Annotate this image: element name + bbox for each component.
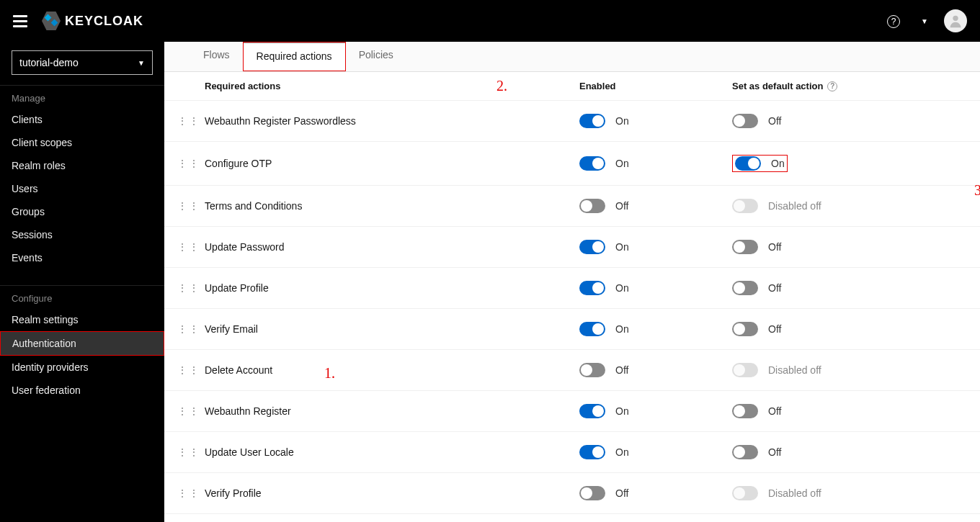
toggle[interactable] xyxy=(579,445,605,459)
table-row: ⋮⋮Webauthn Register PasswordlessOnOff xyxy=(164,101,980,142)
sidebar-item[interactable]: Events xyxy=(0,246,164,269)
toggle-label: Off xyxy=(768,405,781,417)
brand-logo: KEYCLOAK xyxy=(42,12,143,30)
toggle[interactable] xyxy=(579,114,605,128)
toggle-label: Disabled off xyxy=(768,487,821,499)
sidebar-item[interactable]: Users xyxy=(0,177,164,200)
drag-handle-icon[interactable]: ⋮⋮ xyxy=(177,405,193,417)
drag-handle-icon[interactable]: ⋮⋮ xyxy=(177,487,193,499)
table-row: ⋮⋮Webauthn RegisterOnOff xyxy=(164,391,980,432)
enabled-cell: On xyxy=(579,240,732,254)
toggle-label: Disabled off xyxy=(768,200,821,212)
enabled-cell: On xyxy=(579,404,732,418)
toggle[interactable] xyxy=(579,404,605,418)
user-avatar[interactable] xyxy=(944,9,967,32)
action-name: Webauthn Register xyxy=(205,405,579,417)
toggle[interactable] xyxy=(732,281,758,295)
toggle[interactable] xyxy=(735,156,761,171)
sidebar-item[interactable]: Sessions xyxy=(0,223,164,246)
action-name: Update User Locale xyxy=(205,446,579,458)
toggle[interactable] xyxy=(579,322,605,336)
default-cell: Disabled off xyxy=(732,199,980,213)
table-row: ⋮⋮Update PasswordOnOff xyxy=(164,227,980,268)
enabled-cell: On xyxy=(579,114,732,128)
main-content: FlowsRequired actionsPolicies Required a… xyxy=(164,42,980,522)
svg-point-0 xyxy=(953,16,958,21)
sidebar-item[interactable]: User federation xyxy=(0,379,164,402)
toggle-label: Off xyxy=(768,446,781,458)
toggle[interactable] xyxy=(579,156,605,171)
header-dropdown-caret-icon[interactable]: ▼ xyxy=(921,17,928,25)
drag-handle-icon[interactable]: ⋮⋮ xyxy=(177,115,193,127)
drag-handle-icon[interactable]: ⋮⋮ xyxy=(177,446,193,458)
toggle xyxy=(732,486,758,500)
col-header-enabled: Enabled xyxy=(579,81,732,91)
toggle[interactable] xyxy=(579,363,605,377)
sidebar-item[interactable]: Client scopes xyxy=(0,131,164,154)
tabs: FlowsRequired actionsPolicies xyxy=(164,42,980,72)
table-header: Required actions Enabled Set as default … xyxy=(164,72,980,101)
toggle[interactable] xyxy=(732,240,758,254)
toggle-label: Off xyxy=(615,200,628,212)
toggle[interactable] xyxy=(579,199,605,213)
toggle[interactable] xyxy=(579,281,605,295)
toggle-label: Off xyxy=(615,487,628,499)
toggle[interactable] xyxy=(732,114,758,128)
table-row: ⋮⋮Delete AccountOffDisabled off xyxy=(164,350,980,391)
toggle-label: On xyxy=(615,158,629,169)
realm-selector-value: tutorial-demo xyxy=(19,57,79,68)
drag-handle-icon[interactable]: ⋮⋮ xyxy=(177,282,193,294)
drag-handle-icon[interactable]: ⋮⋮ xyxy=(177,323,193,335)
enabled-cell: On xyxy=(579,281,732,295)
toggle[interactable] xyxy=(579,240,605,254)
menu-toggle-button[interactable] xyxy=(13,14,27,28)
realm-selector[interactable]: tutorial-demo ▼ xyxy=(12,50,153,75)
toggle-label: Off xyxy=(615,364,628,376)
toggle-label: On xyxy=(615,405,629,417)
topbar: KEYCLOAK ? ▼ xyxy=(0,0,980,42)
action-name: Update Profile xyxy=(205,282,579,294)
help-icon[interactable]: ? xyxy=(881,14,906,28)
toggle-label: Disabled off xyxy=(768,364,821,376)
sidebar-section-configure: Configure xyxy=(0,285,164,308)
sidebar-item[interactable]: Realm roles xyxy=(0,154,164,177)
default-cell: Off xyxy=(732,114,980,128)
default-cell: Disabled off xyxy=(732,486,980,500)
toggle-label: Off xyxy=(768,323,781,335)
toggle[interactable] xyxy=(579,486,605,500)
enabled-cell: Off xyxy=(579,486,732,500)
drag-handle-icon[interactable]: ⋮⋮ xyxy=(177,364,193,376)
action-name: Verify Email xyxy=(205,323,579,335)
sidebar-item[interactable]: Authentication xyxy=(0,331,164,356)
keycloak-logo-icon xyxy=(42,12,61,30)
default-cell: Off xyxy=(732,322,980,336)
table-row: ⋮⋮Configure OTPOnOn xyxy=(164,142,980,186)
sidebar-item[interactable]: Realm settings xyxy=(0,308,164,331)
sidebar-item[interactable]: Identity providers xyxy=(0,356,164,379)
toggle[interactable] xyxy=(732,445,758,459)
action-name: Update Password xyxy=(205,241,579,253)
action-name: Terms and Conditions xyxy=(205,200,579,212)
default-cell: Off xyxy=(732,404,980,418)
help-icon[interactable]: ? xyxy=(827,81,837,91)
table-row: ⋮⋮Verify ProfileOffDisabled off xyxy=(164,473,980,514)
toggle-label: On xyxy=(615,446,629,458)
table-row: ⋮⋮Update User LocaleOnOff xyxy=(164,432,980,473)
sidebar-item[interactable]: Clients xyxy=(0,108,164,131)
tab[interactable]: Policies xyxy=(346,42,406,71)
toggle-label: On xyxy=(615,241,629,253)
brand-text: KEYCLOAK xyxy=(65,14,143,29)
col-header-default: Set as default action ? xyxy=(732,81,980,91)
sidebar-item[interactable]: Groups xyxy=(0,200,164,223)
toggle[interactable] xyxy=(732,322,758,336)
toggle[interactable] xyxy=(732,404,758,418)
tab[interactable]: Flows xyxy=(190,42,243,71)
tab[interactable]: Required actions xyxy=(243,42,346,71)
table-row: ⋮⋮Update ProfileOnOff xyxy=(164,268,980,309)
table-row: ⋮⋮Verify EmailOnOff xyxy=(164,309,980,350)
enabled-cell: On xyxy=(579,445,732,459)
drag-handle-icon[interactable]: ⋮⋮ xyxy=(177,241,193,253)
drag-handle-icon[interactable]: ⋮⋮ xyxy=(177,158,193,169)
default-cell: Off xyxy=(732,240,980,254)
drag-handle-icon[interactable]: ⋮⋮ xyxy=(177,200,193,212)
